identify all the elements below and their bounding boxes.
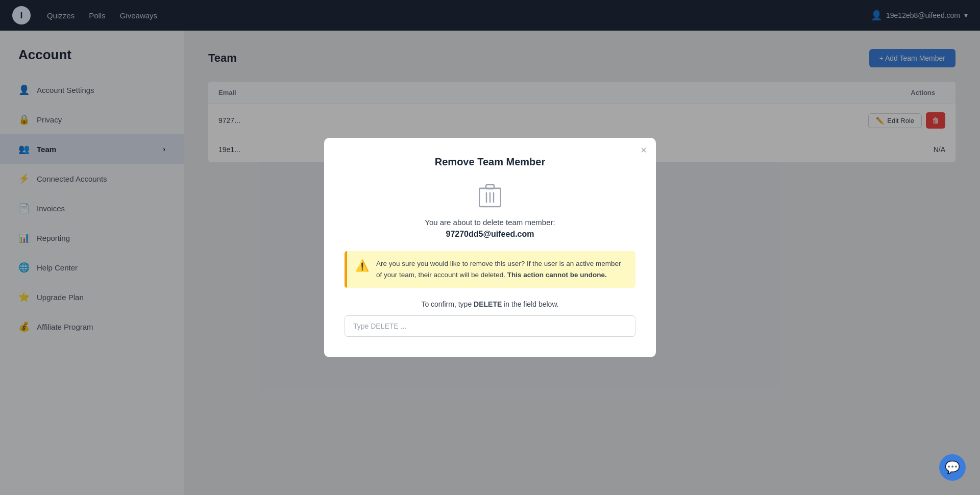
- modal-warning-box: ⚠️ Are you sure you would like to remove…: [345, 251, 635, 287]
- delete-confirm-input[interactable]: [345, 315, 635, 337]
- chat-button[interactable]: 💬: [939, 454, 966, 481]
- modal-overlay: × Remove Team Member You are about to de…: [0, 0, 980, 495]
- confirm-text-post: in the field below.: [502, 300, 558, 308]
- confirm-text-pre: To confirm, type: [421, 300, 474, 308]
- chat-icon: 💬: [945, 460, 960, 475]
- remove-team-member-modal: × Remove Team Member You are about to de…: [324, 138, 656, 357]
- modal-member-email: 97270dd5@uifeed.com: [345, 230, 635, 239]
- modal-trash-icon: [345, 182, 635, 208]
- modal-warning-text: Are you sure you would like to remove th…: [376, 258, 627, 280]
- modal-close-button[interactable]: ×: [641, 145, 647, 155]
- modal-body-text: You are about to delete team member:: [345, 218, 635, 227]
- modal-confirm-text: To confirm, type DELETE in the field bel…: [345, 300, 635, 308]
- modal-title: Remove Team Member: [345, 156, 635, 168]
- confirm-keyword: DELETE: [474, 300, 502, 308]
- warning-icon: ⚠️: [355, 259, 369, 273]
- warning-bold-text: This action cannot be undone.: [507, 271, 607, 279]
